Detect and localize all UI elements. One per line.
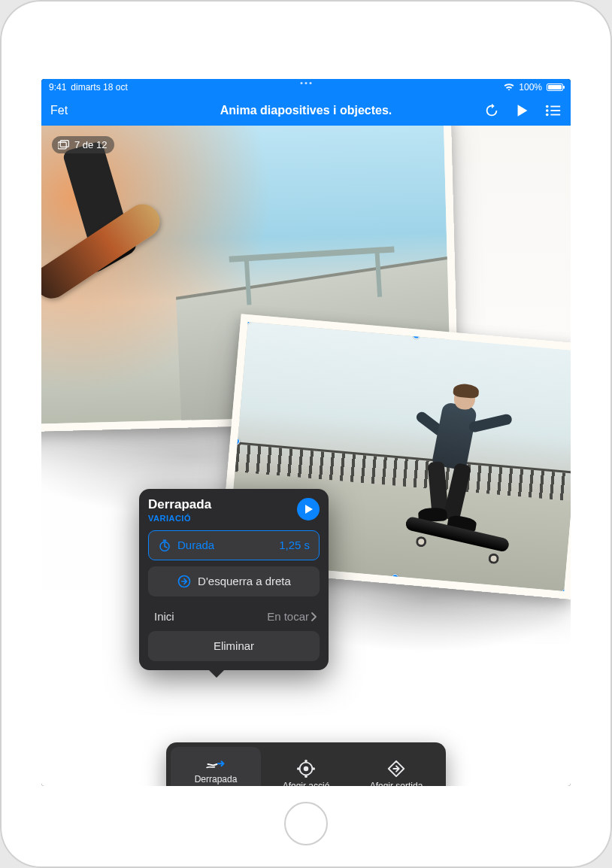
screen: 9:41 dimarts 18 oct 100% Fet Anima diapo… — [41, 79, 571, 786]
svg-point-0 — [546, 105, 549, 108]
slides-icon — [58, 140, 70, 150]
build-order-icon[interactable] — [545, 104, 562, 117]
effect-title: Derrapada — [148, 498, 211, 512]
status-time: 9:41 — [49, 82, 66, 93]
battery-icon — [547, 83, 563, 91]
done-button[interactable]: Fet — [50, 104, 68, 117]
animation-action-bar: Derrapada Entrada Afegir acció — [166, 742, 446, 786]
svg-rect-3 — [550, 110, 560, 111]
toolbar: Fet Anima diapositives i objectes. — [41, 96, 571, 126]
duration-row[interactable]: Durada 1,25 s — [148, 530, 320, 560]
undo-history-icon[interactable] — [483, 102, 500, 119]
selection-handle[interactable] — [244, 317, 251, 324]
slide-counter[interactable]: 7 de 12 — [52, 136, 114, 153]
slide-counter-label: 7 de 12 — [74, 139, 107, 150]
add-build-out-button[interactable]: Afegir sortida — [351, 747, 441, 786]
add-build-out-label: Afegir sortida — [370, 781, 423, 787]
duration-value: 1,25 s — [279, 539, 310, 551]
status-date: dimarts 18 oct — [71, 82, 127, 93]
wifi-icon — [504, 83, 514, 91]
preview-button[interactable] — [297, 498, 320, 520]
svg-point-2 — [546, 109, 549, 112]
multitask-dots[interactable] — [301, 82, 312, 84]
build-in-label: Derrapada — [195, 774, 238, 785]
build-in-button[interactable]: Derrapada Entrada — [171, 747, 261, 786]
svg-point-14 — [304, 775, 308, 778]
svg-rect-9 — [163, 539, 167, 541]
slide-canvas[interactable]: 7 de 12 Derrapada VARIACIÓ Durada 1,25 — [41, 126, 571, 786]
play-icon[interactable] — [517, 104, 529, 117]
build-in-sublabel: Entrada — [202, 785, 229, 787]
delete-button[interactable]: Eliminar — [148, 631, 320, 661]
start-value: En tocar — [267, 610, 309, 623]
action-icon — [296, 759, 316, 778]
svg-rect-1 — [550, 106, 560, 108]
direction-label: D'esquerra a dreta — [198, 575, 291, 587]
selection-handle[interactable] — [413, 332, 420, 339]
add-action-label: Afegir acció — [283, 781, 330, 787]
build-out-icon — [386, 759, 406, 778]
svg-rect-5 — [550, 114, 560, 116]
duration-label: Durada — [177, 539, 214, 551]
svg-point-12 — [304, 766, 309, 771]
status-bar: 9:41 dimarts 18 oct 100% — [41, 79, 571, 96]
arrow-right-circle-icon — [177, 574, 192, 589]
chevron-right-icon — [311, 612, 317, 621]
play-icon — [304, 504, 314, 514]
skid-icon — [205, 757, 227, 772]
delete-label: Eliminar — [214, 639, 254, 652]
selection-handle[interactable] — [562, 589, 569, 596]
svg-point-16 — [312, 767, 315, 770]
direction-row[interactable]: D'esquerra a dreta — [148, 566, 320, 596]
animation-popover: Derrapada VARIACIÓ Durada 1,25 s D'esque… — [139, 489, 329, 670]
start-label: Inici — [154, 610, 174, 623]
svg-point-13 — [304, 759, 308, 762]
svg-point-15 — [297, 767, 300, 770]
add-action-button[interactable]: Afegir acció — [261, 747, 351, 786]
home-button[interactable] — [284, 802, 328, 845]
start-row[interactable]: Inici En tocar — [148, 602, 320, 631]
svg-point-4 — [546, 114, 549, 117]
battery-pct: 100% — [519, 82, 542, 93]
stopwatch-icon — [158, 539, 171, 552]
ipad-frame: 9:41 dimarts 18 oct 100% Fet Anima diapo… — [0, 0, 612, 868]
svg-rect-6 — [58, 142, 66, 149]
svg-rect-7 — [60, 140, 68, 147]
effect-subtitle[interactable]: VARIACIÓ — [148, 514, 211, 523]
selection-handle[interactable] — [392, 574, 399, 581]
